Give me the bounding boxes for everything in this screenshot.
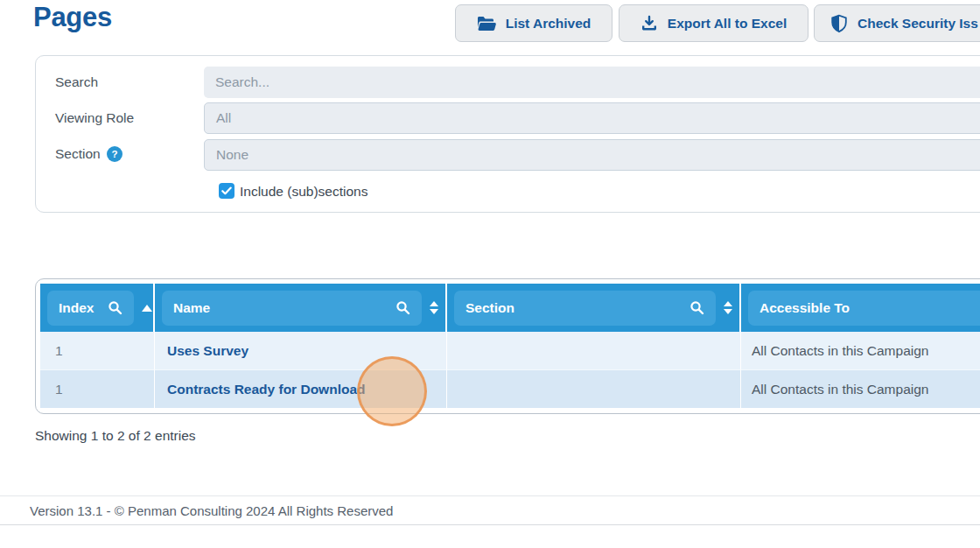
index-cell: 1 [40,369,155,408]
shield-half-icon [830,14,848,33]
section-column-label: Section [466,300,514,316]
sort-both-icon[interactable] [430,301,438,314]
folder-open-icon [477,16,496,32]
list-archived-button[interactable]: List Archived [455,4,612,42]
search-label: Search [55,74,98,90]
table-entries-summary: Showing 1 to 2 of 2 entries [35,428,196,444]
list-archived-label: List Archived [506,16,592,32]
search-icon[interactable] [108,300,122,315]
footer-version-text: Version 13.1 - © Penman Consulting 2024 … [30,503,393,518]
pages-table: Index Name Section [35,278,980,414]
page-title: Pages [33,2,112,33]
download-icon [640,15,658,32]
section-value: None [216,147,248,163]
search-input[interactable] [204,67,980,98]
help-icon[interactable]: ? [107,146,122,162]
section-cell [447,332,741,369]
index-filter-button[interactable]: Index [47,291,134,326]
viewing-role-select[interactable]: All [204,102,980,134]
page-name-link[interactable]: Contracts Ready for Download [155,369,447,408]
section-filter-button[interactable]: Section [454,291,716,326]
footer-bar: Version 13.1 - © Penman Consulting 2024 … [0,495,980,525]
name-column-label: Name [173,300,210,316]
column-header-section: Section [447,284,741,332]
column-header-name: Name [155,284,447,332]
svg-text:?: ? [111,149,117,159]
viewing-role-label: Viewing Role [55,110,134,126]
column-header-index: Index [40,284,155,332]
search-icon[interactable] [396,300,410,315]
section-cell [447,369,741,408]
filter-panel: Search Viewing Role All Section ? None I… [35,55,980,213]
viewing-role-value: All [216,110,231,126]
include-subsections-label: Include (sub)sections [240,184,368,200]
search-icon[interactable] [690,300,704,315]
check-security-issues-button[interactable]: Check Security Iss [814,4,980,42]
accessible-to-cell: All Contacts in this Campaign [741,332,980,369]
page-name-link[interactable]: Uses Survey [155,332,447,369]
check-security-label: Check Security Iss [858,16,978,32]
section-select[interactable]: None [204,139,980,171]
check-icon [221,186,232,195]
accessible-to-column-label: Accessible To [760,300,850,316]
export-all-to-excel-button[interactable]: Export All to Excel [619,4,808,42]
name-filter-button[interactable]: Name [162,291,422,326]
sort-both-icon[interactable] [724,301,732,314]
include-subsections-checkbox[interactable] [219,183,234,199]
export-all-label: Export All to Excel [668,16,787,32]
section-label: Section ? [55,146,122,162]
index-cell: 1 [40,332,155,369]
sort-ascending-icon[interactable] [142,305,152,312]
column-header-accessible-to: Accessible To [741,284,980,332]
accessible-to-cell: All Contacts in this Campaign [741,369,980,408]
accessible-to-filter-button[interactable]: Accessible To [748,291,980,326]
index-column-label: Index [59,300,94,316]
